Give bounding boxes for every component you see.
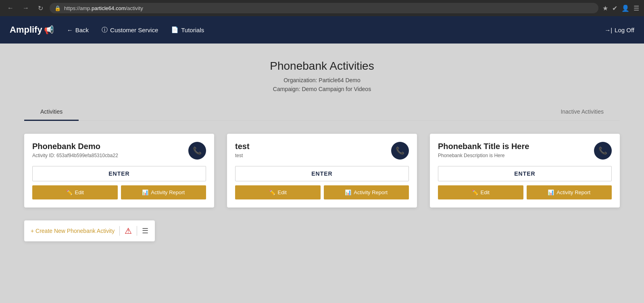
info-icon: ⓘ: [102, 26, 108, 34]
warning-button[interactable]: ⚠: [125, 226, 132, 236]
card-2-subtitle: Phonebank Description is Here: [438, 153, 529, 158]
address-bar[interactable]: 🔒 https://amp.particle64.com/activity: [50, 3, 598, 13]
card-0-subtitle: Activity ID: 653af94b599efa85310cba22: [32, 153, 118, 158]
edit-icon: ✏️: [66, 189, 73, 195]
create-new-button[interactable]: + Create New Phonebank Activity: [31, 228, 115, 234]
back-label: Back: [75, 27, 89, 33]
refresh-button[interactable]: ↻: [35, 3, 46, 14]
card-1-title: test: [235, 142, 250, 151]
card-1-report-button[interactable]: 📊 Activity Report: [324, 185, 409, 199]
card-0-phone-button[interactable]: 📞: [188, 142, 206, 160]
report-icon-1: 📊: [345, 189, 351, 195]
browser-chrome: ← → ↻ 🔒 https://amp.particle64.com/activ…: [0, 0, 644, 16]
card-1-report-label: Activity Report: [354, 189, 388, 195]
tab-inactive-activities[interactable]: Inactive Activities: [544, 104, 620, 121]
logo-text: Amplify: [10, 25, 42, 35]
card-1-actions: ✏️ Edit 📊 Activity Report: [235, 185, 409, 199]
card-0-edit-label: Edit: [75, 189, 84, 195]
card-2-title: Phonebank Title is Here: [438, 142, 529, 151]
customer-service-label: Customer Service: [110, 27, 158, 33]
card-1-info: test test: [235, 142, 250, 158]
browser-right-icons: ★ ✔ 👤 ☰: [602, 4, 639, 12]
bookmark-icon[interactable]: ★: [602, 4, 608, 12]
url-display: https://amp.particle64.com/activity: [64, 5, 143, 11]
card-2-edit-button[interactable]: ✏️ Edit: [438, 185, 523, 199]
app-logo: Amplify 📢: [10, 25, 54, 35]
logoff-icon: →|: [604, 27, 612, 33]
page-org: Organization: Particle64 Demo: [24, 76, 620, 85]
back-nav-button[interactable]: ←: [5, 3, 16, 13]
back-nav-item[interactable]: ← Back: [67, 27, 89, 33]
card-0-info: Phonebank Demo Activity ID: 653af94b599e…: [32, 142, 118, 158]
list-button[interactable]: ☰: [142, 226, 148, 235]
card-1-edit-label: Edit: [278, 189, 287, 195]
card-2-report-button[interactable]: 📊 Activity Report: [527, 185, 612, 199]
logoff-button[interactable]: →| Log Off: [604, 27, 634, 33]
account-icon[interactable]: 👤: [621, 4, 629, 12]
card-1-phone-button[interactable]: 📞: [391, 142, 409, 160]
card-0-actions: ✏️ Edit 📊 Activity Report: [32, 185, 206, 199]
page-header: Phonebank Activities Organization: Parti…: [24, 60, 620, 94]
card-2-actions: ✏️ Edit 📊 Activity Report: [438, 185, 612, 199]
edit-icon-2: ✏️: [472, 189, 478, 195]
card-2-report-label: Activity Report: [556, 189, 590, 195]
card-0-edit-button[interactable]: ✏️ Edit: [32, 185, 118, 199]
cards-grid: Phonebank Demo Activity ID: 653af94b599e…: [24, 134, 620, 208]
report-icon: 📊: [142, 189, 148, 195]
card-2-phone-button[interactable]: 📞: [594, 142, 612, 160]
report-icon-2: 📊: [548, 189, 554, 195]
tabs-container: Activities Inactive Activities: [24, 104, 620, 121]
card-2-header: Phonebank Title is Here Phonebank Descri…: [438, 142, 612, 160]
pocket-icon[interactable]: ✔: [612, 4, 617, 12]
customer-service-nav-item[interactable]: ⓘ Customer Service: [102, 26, 158, 34]
tab-activities[interactable]: Activities: [24, 104, 79, 121]
tutorials-label: Tutorials: [181, 27, 204, 33]
logoff-label: Log Off: [615, 27, 634, 33]
card-0-report-button[interactable]: 📊 Activity Report: [121, 185, 206, 199]
menu-icon[interactable]: ☰: [634, 4, 639, 12]
tutorials-icon: 📄: [171, 26, 179, 33]
back-icon: ←: [67, 27, 73, 33]
card-1: test test 📞 ENTER ✏️ Edit 📊 Activity Rep…: [227, 134, 417, 208]
main-content: Phonebank Activities Organization: Parti…: [0, 44, 644, 257]
divider-2: [137, 226, 137, 236]
card-2-enter-button[interactable]: ENTER: [438, 166, 612, 181]
forward-nav-button[interactable]: →: [20, 3, 31, 13]
bottom-bar: + Create New Phonebank Activity ⚠ ☰: [24, 220, 155, 241]
card-2-edit-label: Edit: [481, 189, 490, 195]
edit-icon-1: ✏️: [269, 189, 275, 195]
app-header: Amplify 📢 ← Back ⓘ Customer Service 📄 Tu…: [0, 16, 644, 44]
tutorials-nav-item[interactable]: 📄 Tutorials: [171, 26, 204, 33]
card-0-enter-button[interactable]: ENTER: [32, 166, 206, 181]
page-campaign: Campaign: Demo Campaign for Videos: [24, 85, 620, 93]
logo-icon: 📢: [44, 25, 54, 35]
card-2-info: Phonebank Title is Here Phonebank Descri…: [438, 142, 529, 158]
card-1-enter-button[interactable]: ENTER: [235, 166, 409, 181]
card-0-report-label: Activity Report: [151, 189, 185, 195]
divider: [119, 226, 120, 236]
card-1-edit-button[interactable]: ✏️ Edit: [235, 185, 321, 199]
card-0: Phonebank Demo Activity ID: 653af94b599e…: [24, 134, 214, 208]
card-0-header: Phonebank Demo Activity ID: 653af94b599e…: [32, 142, 206, 160]
card-0-title: Phonebank Demo: [32, 142, 118, 151]
card-1-header: test test 📞: [235, 142, 409, 160]
card-2: Phonebank Title is Here Phonebank Descri…: [430, 134, 620, 208]
page-title: Phonebank Activities: [24, 60, 620, 73]
card-1-subtitle: test: [235, 153, 250, 158]
